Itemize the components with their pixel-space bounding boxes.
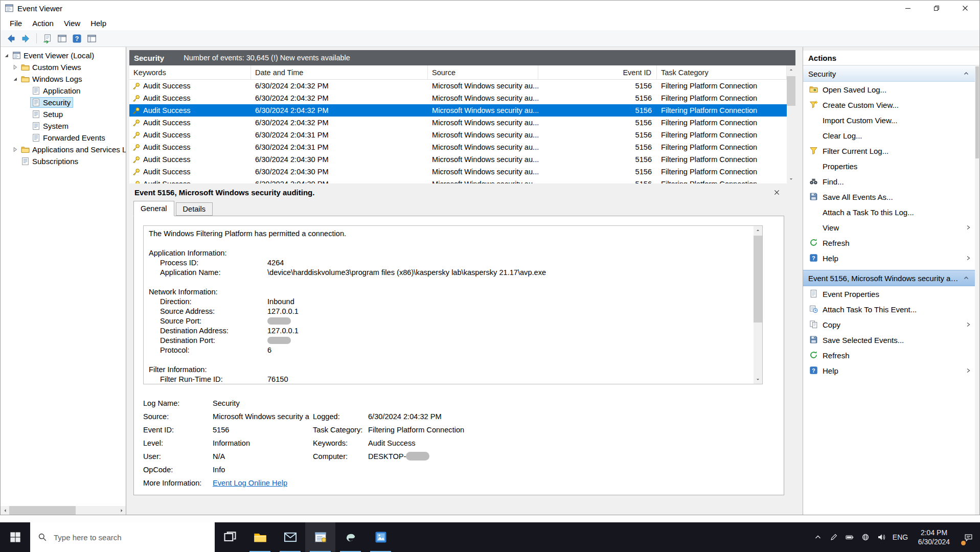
taskbar-search[interactable]	[30, 522, 215, 552]
action-properties[interactable]: Properties	[803, 158, 975, 174]
collapse-icon[interactable]	[962, 273, 971, 283]
scrollbar-down-button[interactable]	[754, 375, 762, 384]
event-row[interactable]: Audit Success 6/30/2024 2:04:32 PM Micro…	[129, 92, 795, 104]
event-description-box[interactable]: The Windows Filtering Platform has permi…	[143, 225, 763, 384]
search-input[interactable]	[53, 533, 215, 542]
tray-volume-button[interactable]	[873, 522, 889, 552]
help-toolbar-button[interactable]	[70, 32, 84, 45]
action-refresh-event[interactable]: Refresh	[803, 348, 975, 363]
maximize-button[interactable]	[922, 1, 951, 16]
scrollbar-up-button[interactable]	[754, 226, 762, 235]
event-row-selected[interactable]: Audit Success 6/30/2024 2:04:32 PM Micro…	[129, 104, 795, 117]
pane-splitter[interactable]	[795, 47, 803, 515]
description-scrollbar[interactable]	[754, 226, 762, 384]
horizontal-scrollbar[interactable]	[1, 506, 126, 515]
tray-pen-button[interactable]	[826, 522, 841, 552]
column-header-keywords[interactable]: Keywords	[129, 65, 251, 79]
forward-button[interactable]	[18, 32, 33, 45]
tree-item-forwarded-events[interactable]: Forwarded Events	[1, 132, 126, 144]
action-open-saved-log[interactable]: Open Saved Log...	[803, 82, 975, 97]
column-header-date-time[interactable]: Date and Time	[251, 65, 428, 79]
action-clear-log[interactable]: Clear Log...	[803, 128, 975, 143]
column-header-event-id[interactable]: Event ID	[538, 65, 657, 79]
detail-close-button[interactable]	[771, 187, 782, 198]
expander-icon[interactable]	[3, 52, 10, 59]
taskbar-app-event-viewer[interactable]	[305, 522, 335, 552]
event-row[interactable]: Audit Success 6/30/2024 2:04:31 PM Micro…	[129, 129, 795, 141]
action-refresh-log[interactable]: Refresh	[803, 235, 975, 250]
tree-item-windows-logs[interactable]: Windows Logs	[1, 73, 126, 85]
scrollbar-thumb[interactable]	[975, 66, 979, 158]
action-filter-current-log[interactable]: Filter Current Log...	[803, 143, 975, 158]
tab-general[interactable]: General	[133, 201, 174, 216]
section-header-security[interactable]: Security	[803, 65, 975, 82]
action-attach-task-to-event[interactable]: Attach Task To This Event...	[803, 302, 975, 317]
scrollbar-right-button[interactable]	[117, 506, 126, 515]
event-row[interactable]: Audit Success 6/30/2024 2:04:31 PM Micro…	[129, 141, 795, 153]
tray-battery-button[interactable]	[841, 522, 857, 552]
action-view[interactable]: View	[803, 220, 975, 235]
menu-view[interactable]: View	[59, 19, 85, 28]
column-header-task-category[interactable]: Task Category	[657, 65, 787, 79]
action-help-event[interactable]: Help	[803, 363, 975, 378]
tree-item-system[interactable]: System	[1, 120, 126, 132]
event-row[interactable]: Audit Success 6/30/2024 2:04:30 PM Micro…	[129, 153, 795, 166]
collapse-icon[interactable]	[962, 69, 971, 78]
action-event-properties[interactable]: Event Properties	[803, 286, 975, 302]
taskbar-app-edge[interactable]	[335, 522, 366, 552]
event-row[interactable]: Audit Success 6/30/2024 2:04:30 PM Micro…	[129, 166, 795, 178]
actions-scrollbar[interactable]	[975, 65, 979, 515]
vertical-scrollbar[interactable]	[787, 65, 795, 183]
back-button[interactable]	[4, 32, 18, 45]
taskbar-app-mail[interactable]	[275, 522, 305, 552]
action-find[interactable]: Find...	[803, 174, 975, 189]
action-save-selected-events[interactable]: Save Selected Events...	[803, 332, 975, 348]
tree-item-applications-services-logs[interactable]: Applications and Services Log	[1, 144, 126, 155]
start-button[interactable]	[0, 522, 30, 552]
scrollbar-thumb[interactable]	[9, 506, 76, 515]
event-row[interactable]: Audit Success 6/30/2024 2:04:32 PM Micro…	[129, 117, 795, 129]
close-button[interactable]	[951, 1, 979, 16]
action-create-custom-view[interactable]: Create Custom View...	[803, 97, 975, 112]
column-header-source[interactable]: Source	[428, 65, 538, 79]
taskbar-app-file-explorer[interactable]	[245, 522, 275, 552]
scrollbar-down-button[interactable]	[787, 175, 795, 183]
notification-center-button[interactable]	[956, 522, 980, 552]
event-row[interactable]: Audit Success 6/30/2024 2:04:32 PM Micro…	[129, 80, 795, 92]
tray-network-button[interactable]	[857, 522, 873, 552]
tree-item-event-viewer-local[interactable]: Event Viewer (Local)	[1, 50, 126, 61]
tree-item-setup[interactable]: Setup	[1, 108, 126, 120]
expander-icon[interactable]	[11, 64, 18, 71]
action-help-log[interactable]: Help	[803, 250, 975, 266]
action-import-custom-view[interactable]: Import Custom View...	[803, 112, 975, 128]
scrollbar-left-button[interactable]	[1, 506, 9, 515]
tray-language[interactable]: ENG	[889, 522, 911, 552]
tray-clock[interactable]: 2:04 PM 6/30/2024	[911, 522, 956, 552]
tree-item-application[interactable]: Application	[1, 85, 126, 97]
menu-help[interactable]: Help	[85, 19, 111, 28]
action-pane-button[interactable]	[84, 32, 99, 45]
tree-item-security[interactable]: Security	[1, 97, 126, 108]
menu-file[interactable]: File	[5, 19, 27, 28]
expander-icon[interactable]	[11, 146, 18, 153]
task-view-button[interactable]	[215, 522, 245, 552]
event-row[interactable]: Audit Success 6/30/2024 2:04:30 PM Micro…	[129, 178, 795, 183]
scrollbar-thumb[interactable]	[787, 76, 795, 106]
section-header-event[interactable]: Event 5156, Microsoft Windows security a…	[803, 270, 975, 286]
taskbar-app-photos[interactable]	[366, 522, 396, 552]
export-button[interactable]	[40, 32, 55, 45]
action-save-all-events-as[interactable]: Save All Events As...	[803, 189, 975, 204]
expander-icon[interactable]	[11, 76, 18, 83]
menu-action[interactable]: Action	[27, 19, 59, 28]
action-copy[interactable]: Copy	[803, 317, 975, 332]
tray-expand-button[interactable]	[810, 522, 826, 552]
event-log-online-help-link[interactable]: Event Log Online Help	[213, 479, 287, 487]
tab-details[interactable]: Details	[176, 202, 213, 216]
scrollbar-thumb[interactable]	[754, 236, 762, 323]
tree-item-subscriptions[interactable]: Subscriptions	[1, 155, 126, 167]
action-attach-task-to-log[interactable]: Attach a Task To this Log...	[803, 204, 975, 220]
scrollbar-up-button[interactable]	[787, 65, 795, 74]
minimize-button[interactable]	[894, 1, 922, 16]
console-tree-button[interactable]	[55, 32, 70, 45]
tree-item-custom-views[interactable]: Custom Views	[1, 61, 126, 73]
